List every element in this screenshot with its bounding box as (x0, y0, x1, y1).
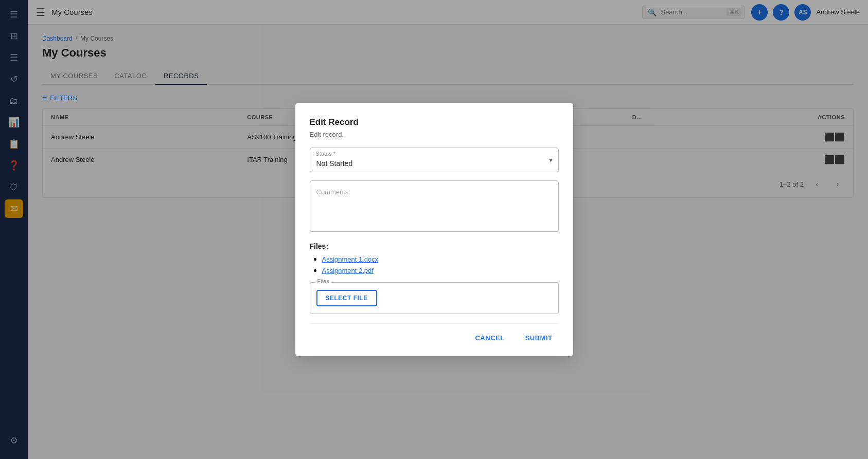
list-item: Assignment 2.pdf (322, 266, 559, 275)
status-field-group: Status * Not Started In Progress Complet… (310, 148, 559, 172)
select-file-button[interactable]: SELECT FILE (316, 290, 377, 306)
files-section: Files: Assignment 1.docx Assignment 2.pd… (310, 242, 559, 314)
files-upload-box: Files SELECT FILE (310, 282, 559, 314)
file-link-1[interactable]: Assignment 1.docx (322, 255, 379, 263)
dialog-title: Edit Record (310, 117, 559, 127)
status-select[interactable]: Not Started In Progress Completed (310, 148, 559, 172)
edit-record-dialog: Edit Record Edit record. Status * Not St… (295, 103, 573, 356)
submit-button[interactable]: SUBMIT (519, 330, 559, 346)
dialog-actions: CANCEL SUBMIT (310, 323, 559, 346)
comments-field-group (310, 180, 559, 234)
dialog-subtitle: Edit record. (310, 131, 559, 138)
files-list: Assignment 1.docx Assignment 2.pdf (310, 254, 559, 275)
comments-textarea[interactable] (310, 180, 559, 232)
file-link-2[interactable]: Assignment 2.pdf (322, 267, 374, 274)
modal-overlay: Edit Record Edit record. Status * Not St… (0, 0, 868, 459)
cancel-button[interactable]: CANCEL (469, 330, 510, 346)
files-upload-label: Files (315, 278, 331, 284)
files-section-title: Files: (310, 242, 559, 250)
list-item: Assignment 1.docx (322, 254, 559, 264)
